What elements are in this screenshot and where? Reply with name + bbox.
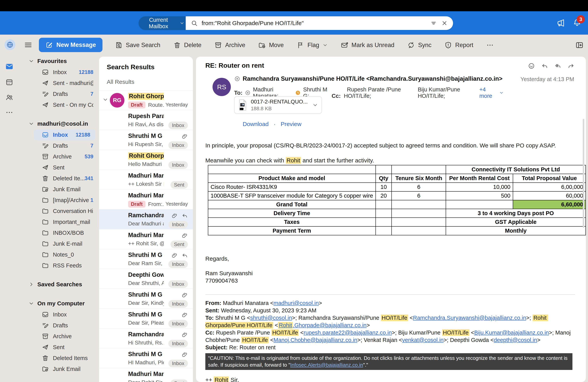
email-link[interactable]: Infosec.Alerts@bajajallianz.co.in <box>290 362 363 368</box>
sidebar-item-rss-feeds[interactable]: RSS Feeds <box>19 260 98 271</box>
email-link[interactable]: Biju.Kumar@bajajallianz.co.in <box>474 329 549 336</box>
rail-calendar-icon[interactable] <box>5 78 13 86</box>
sidebar-item-conversation-his-[interactable]: Conversation His... <box>19 206 98 216</box>
toolbar-move-button[interactable]: Move <box>257 41 285 49</box>
table-cell <box>376 209 392 218</box>
sidebar-item-deleted-ite-[interactable]: Deleted Ite...341 <box>19 173 98 184</box>
sidebar-item-inbox-bob[interactable]: INBOX/BOB <box>19 227 98 238</box>
contact-remove-icon[interactable] <box>245 90 251 96</box>
email-link[interactable]: .Ghorpade@bajajallianz.co.in <box>293 322 367 328</box>
message-list-item[interactable]: Madhuri Manata...++ Rohit Sir, @ R...Sen… <box>99 229 193 249</box>
message-list-item[interactable]: Deepthi GowdaDear Shruthi, As...Inbox <box>99 269 193 289</box>
email-link[interactable]: Rohit <box>278 322 293 329</box>
sidebar-item-drafts[interactable]: Drafts <box>19 320 98 331</box>
toolbar-mark-as-unread-button[interactable]: Mark as Unread <box>339 41 396 49</box>
new-message-button[interactable]: New Message <box>39 38 103 52</box>
rail-more-icon[interactable] <box>5 108 13 117</box>
email-link[interactable]: madhuri@cosol.in <box>273 300 319 306</box>
email-link[interactable]: venkat@cosol.in <box>402 337 443 343</box>
email-link[interactable]: Ramchandra.Suryawanshi@bajajallianz.co.i… <box>413 315 526 321</box>
toolbar-report-button[interactable]: Report <box>443 41 474 49</box>
sidebar-item-archive[interactable]: Archive <box>19 331 98 342</box>
sidebar-item-inbox[interactable]: Inbox <box>19 309 98 320</box>
email-link[interactable]: shruthi@cosol.in <box>250 315 292 321</box>
expand-conversation-icon[interactable] <box>103 97 108 103</box>
attachment-chip[interactable]: PDF 0017-2-RENTALQUO... 188.8 KB <box>234 96 322 114</box>
mailbox-scope-selector[interactable]: Current Mailbox <box>139 16 186 30</box>
message-list-item[interactable]: Madhuri ManataraDear Rohit Sir, As...Sen… <box>99 368 193 382</box>
toolbar-save-search-button[interactable]: Save Search <box>114 41 162 49</box>
sidebar-section-madhuri-cosol-in[interactable]: madhuri@cosol.in <box>19 118 98 129</box>
message-list-item[interactable]: Shruthi M GHi Rupesh Sir, Pl...Inbox <box>99 130 193 150</box>
search-icon <box>191 20 198 27</box>
collapse-pane-icon[interactable] <box>575 41 584 49</box>
filter-icon[interactable] <box>430 20 437 27</box>
message-list-item[interactable]: Rupesh Parate /Pun...HI Ravi, As discu..… <box>99 110 193 130</box>
sidebar-item-junk-e-mail[interactable]: Junk E-mail <box>19 238 98 249</box>
sidebar-section-on-my-computer[interactable]: On my Computer <box>19 298 98 309</box>
message-list-item[interactable]: Shruthi M GHI Madhuri, Plea...Inbox <box>99 348 193 368</box>
folder-label: Inbox <box>53 311 67 318</box>
sidebar-section-saved-searches[interactable]: Saved Searches <box>19 279 98 290</box>
sidebar-item--imap-archive[interactable]: [Imap]/Archive1 <box>19 195 98 206</box>
sidebar-item-sent[interactable]: Sent <box>19 162 98 173</box>
rail-people-icon[interactable] <box>5 93 13 101</box>
toolbar-sync-button[interactable]: Sync <box>406 41 433 49</box>
sidebar-section-favourites[interactable]: Favourites <box>19 55 98 67</box>
search-query-text[interactable]: from:"Rohit Ghorpade/Pune HO/IT/Life" <box>202 20 426 26</box>
sidebar-item-deleted-items[interactable]: Deleted Items <box>19 353 98 363</box>
sidebar-item-archive[interactable]: Archive539 <box>19 151 98 162</box>
message-list-item[interactable]: Shruthi M GDear Sir, Kindly i...Inbox <box>99 289 193 308</box>
megaphone-icon[interactable] <box>556 19 565 27</box>
forward-icon[interactable] <box>567 63 575 69</box>
sidebar-item-junk-email[interactable]: Junk Email <box>19 363 98 374</box>
sidebar-item-sent[interactable]: Sent <box>19 342 98 353</box>
toolbar-more-button[interactable] <box>485 41 495 49</box>
sidebar-item-sent-on-my-co-[interactable]: Sent - On my Co... <box>19 99 98 110</box>
email-link[interactable]: Manoj.Chobhe@bajajallianz.co.in <box>273 337 357 343</box>
sidebar-item-notes-0[interactable]: Notes_0 <box>19 249 98 260</box>
attachment-icon <box>171 252 178 258</box>
reply-all-icon[interactable] <box>554 63 561 69</box>
preview-link[interactable]: Preview <box>281 121 301 127</box>
sidebar-item-junk-email[interactable]: Junk Email <box>19 184 98 195</box>
toolbar-archive-button[interactable]: Archive <box>213 41 246 49</box>
hamburger-menu-icon[interactable] <box>24 41 33 49</box>
message-list-item[interactable]: Madhuri Manatara++ Lokesh Sir Not...Sent <box>99 170 193 190</box>
folder-badge: Inbox <box>168 161 188 169</box>
folder-icon <box>42 229 49 236</box>
message-list-item[interactable]: Ramchandra Su...Hi Shruthi, Rs.13,...Inb… <box>99 328 193 348</box>
search-input[interactable]: from:"Rohit Ghorpade/Pune HO/IT/Life" <box>186 16 453 30</box>
notifications-button[interactable]: 3 <box>573 18 581 28</box>
message-list-item[interactable]: Rohit Ghorpade/Pu...Hello Madhuri , R...… <box>99 150 193 170</box>
email-link[interactable]: +4 more <box>479 86 497 99</box>
list-filter[interactable]: All Results <box>107 79 193 85</box>
email-link[interactable]: rupesh.parate22@bajajallianz.co.in <box>304 329 392 336</box>
attachment-options-chevron-icon[interactable] <box>312 102 318 108</box>
sidebar-item-inbox[interactable]: Inbox12188 <box>19 67 98 78</box>
toolbar: New Message Save SearchDeleteArchiveMove… <box>0 35 588 55</box>
email-link[interactable]: deepthi@cosol.in <box>494 337 537 343</box>
sidebar-item-sent-madhuri-[interactable]: Sent - madhuri@... <box>19 78 98 88</box>
download-link[interactable]: Download <box>243 121 269 127</box>
table-cell: 6,00,000 <box>513 183 586 191</box>
sidebar-item-drafts[interactable]: Drafts7 <box>19 88 98 99</box>
sidebar-item-important-mail[interactable]: Important_mail <box>19 216 98 227</box>
message-list-item[interactable]: Shruthi M GDear Sir, Please f...Inbox <box>99 308 193 328</box>
toolbar-delete-button[interactable]: Delete <box>172 41 203 49</box>
contact-remove-icon[interactable] <box>234 76 240 82</box>
reading-scrollbar[interactable] <box>583 119 584 228</box>
toolbar-flag-button[interactable]: Flag <box>295 41 329 49</box>
sidebar-item-inbox[interactable]: Inbox12188 <box>34 129 95 140</box>
sidebar-item-drafts[interactable]: Drafts7 <box>19 140 98 151</box>
message-list-item[interactable]: Madhuri ManataraDraftFrom:...Yesterday <box>99 190 193 209</box>
reply-icon[interactable] <box>541 63 548 69</box>
message-list-item[interactable]: RGRohit Ghorpade/Pu...DraftRoute...Yeste… <box>99 90 193 110</box>
globe-button[interactable] <box>4 39 15 50</box>
rail-mail-icon[interactable] <box>5 62 14 71</box>
message-list-item[interactable]: Shruthi M GDear Ram Sir, Fu...Inbox <box>99 249 193 269</box>
clear-search-icon[interactable] <box>441 20 448 27</box>
add-reaction-icon[interactable] <box>528 63 535 69</box>
message-list-item[interactable]: Ramchandra...Dear Madhuri an...Inbox <box>99 209 193 229</box>
more-icon <box>486 41 494 49</box>
